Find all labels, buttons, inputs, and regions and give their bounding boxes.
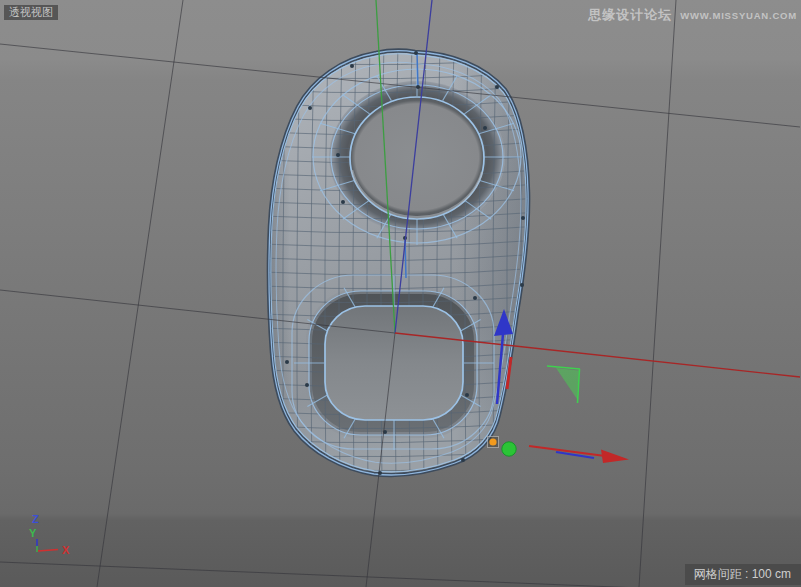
pull-tab-model[interactable] [262, 42, 540, 486]
triad-z-label: Z [32, 514, 39, 525]
watermark-site-url: WWW.MISSYUAN.COM [680, 10, 797, 21]
viewport-label[interactable]: 透视视图 [4, 5, 58, 20]
grid-line-vertical-left [97, 0, 183, 587]
viewport-canvas[interactable]: 透视视图 思缘设计论坛 WWW.MISSYUAN.COM 网格间距 : 100 … [0, 0, 801, 587]
triad-x-label: X [62, 545, 69, 556]
grid-line-horizontal-bottom [0, 562, 640, 587]
gizmo-plane-handle[interactable] [547, 366, 580, 403]
selected-point-handle[interactable] [502, 442, 516, 456]
triad-y-label: Y [29, 528, 36, 539]
move-gizmo[interactable] [488, 309, 630, 463]
grid-line-vertical-right [639, 0, 676, 587]
axis-triad-lines [37, 539, 58, 552]
gizmo-axis-center-handle[interactable] [488, 437, 499, 448]
gizmo-x-arrow[interactable] [529, 446, 629, 463]
watermark-site-name: 思缘设计论坛 [588, 6, 672, 24]
watermark: 思缘设计论坛 WWW.MISSYUAN.COM [588, 6, 797, 24]
grid-spacing-status: 网格间距 : 100 cm [685, 564, 801, 585]
